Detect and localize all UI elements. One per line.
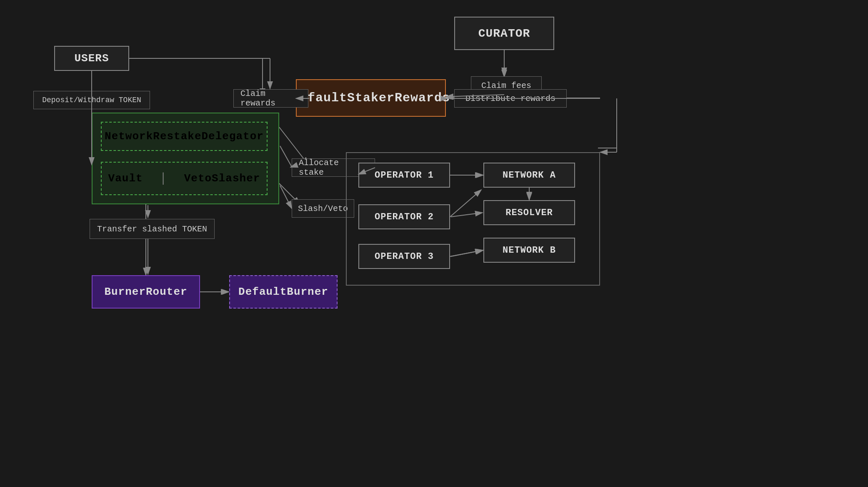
deposit-withdraw-label: Deposit/Withdraw TOKEN (33, 91, 150, 109)
slash-veto-label: Slash/Veto (292, 199, 354, 218)
dsr-node: DefaultStakerRewards (296, 79, 446, 117)
network-b-node: NETWORK B (483, 238, 575, 263)
burner-router-node: BurnerRouter (92, 275, 200, 309)
users-node: USERS (54, 46, 129, 71)
vault-container: NetworkRestakeDelegator Vault │ VetoSlas… (92, 113, 279, 204)
vault-veto-node: Vault │ VetoSlasher (101, 162, 268, 195)
claim-rewards-label: Claim rewards (233, 89, 308, 108)
svg-line-32 (280, 146, 292, 167)
nrd-node: NetworkRestakeDelegator (101, 122, 268, 151)
network-a-node: NETWORK A (483, 163, 575, 188)
distribute-rewards-label: Distribute rewards (454, 89, 567, 108)
resolver-node: RESOLVER (483, 200, 575, 225)
transfer-slashed-label: Transfer slashed TOKEN (90, 219, 215, 239)
svg-line-35 (280, 186, 292, 208)
curator-node: CURATOR (454, 17, 554, 50)
diagram: CURATOR USERS DefaultStakerRewards Claim… (0, 0, 868, 487)
default-burner-node: DefaultBurner (229, 275, 338, 309)
